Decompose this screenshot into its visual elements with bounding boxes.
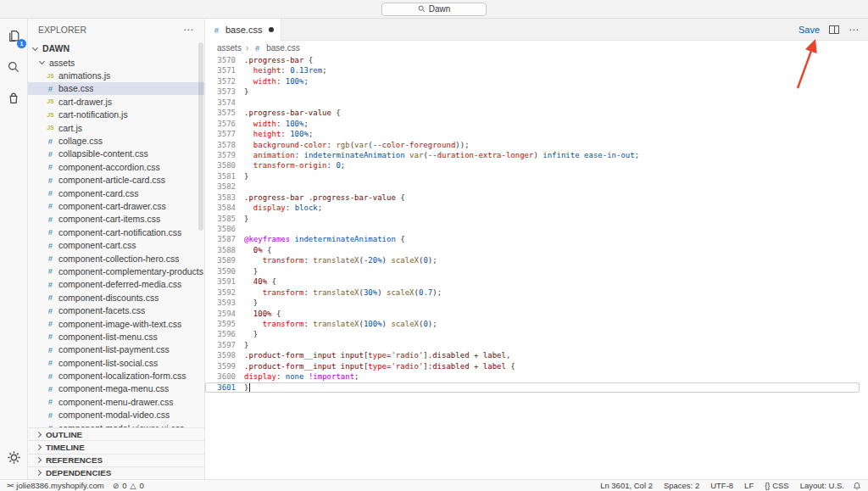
file-collage.css[interactable]: #collage.css [28,134,204,147]
code-line-3590[interactable]: 3590 } [205,266,868,276]
status-lf[interactable]: LF [744,481,754,490]
code-line-3596[interactable]: 3596 } [205,329,868,339]
file-collapsible-content.css[interactable]: #collapsible-content.css [28,148,204,160]
section-timeline[interactable]: TIMELINE [28,440,204,453]
breadcrumb-folder[interactable]: assets [217,43,242,53]
file-component-cart-items.css[interactable]: #component-cart-items.css [28,213,204,226]
split-editor-icon[interactable] [829,25,839,34]
remote-indicator[interactable]: >< jolie8386.myshopify.com [7,481,104,490]
sidebar-scrollbar[interactable] [198,42,203,231]
code-line-3570[interactable]: 3570.progress-bar { [205,55,868,65]
code-line-3589[interactable]: 3589 transform: translateX(-20%) scaleX(… [205,255,868,265]
notifications-bell-icon[interactable] [853,482,861,490]
css-file-icon: # [46,227,55,237]
code-line-3574[interactable]: 3574 [205,98,868,108]
code-line-3577[interactable]: 3577 height: 100%; [205,129,868,139]
file-cart-notification.js[interactable]: JScart-notification.js [28,109,204,121]
file-component-article-card.css[interactable]: #component-article-card.css [28,174,204,187]
code-line-3595[interactable]: 3595 transform: translateX(100%) scaleX(… [205,319,868,329]
code-line-3588[interactable]: 3588 0% { [205,245,868,255]
code-line-3583[interactable]: 3583.progress-bar .progress-bar-value { [205,192,868,203]
code-line-3579[interactable]: 3579 animation: indeterminateAnimation v… [205,150,868,160]
file-component-cart.css[interactable]: #component-cart.css [28,238,204,251]
file-component-list-social.css[interactable]: #component-list-social.css [28,356,204,369]
tab-base-css[interactable]: # base.css [205,19,281,41]
file-component-modal-video.css[interactable]: #component-modal-video.css [28,409,204,421]
code-line-3597[interactable]: 3597} [205,340,868,350]
project-root[interactable]: DAWN [28,41,204,56]
code-line-3587[interactable]: 3587@keyframes indeterminateAnimation { [205,234,868,244]
file-component-list-menu.css[interactable]: #component-list-menu.css [28,330,204,343]
file-cart.js[interactable]: JScart.js [28,121,204,134]
file-component-discounts.css[interactable]: #component-discounts.css [28,291,204,304]
status-ln-3601-col-2[interactable]: Ln 3601, Col 2 [600,481,653,490]
file-component-localization-form.css[interactable]: #component-localization-form.css [28,369,204,382]
file-base.css[interactable]: #base.css [28,82,204,95]
code-line-3572[interactable]: 3572 width: 100%; [205,76,868,86]
status-right: Ln 3601, Col 2Spaces: 2UTF-8LF{} CSSLayo… [600,481,844,490]
explorer-more-icon[interactable]: ⋯ [183,24,194,36]
file-component-deferred-media.css[interactable]: #component-deferred-media.css [28,278,204,291]
code-line-3600[interactable]: 3600display: none !important; [205,371,868,382]
search-view-icon[interactable] [3,57,24,77]
line-number: 3581 [205,171,236,181]
code-line-3584[interactable]: 3584 display: block; [205,203,868,213]
line-number: 3595 [205,319,236,329]
code-line-3580[interactable]: 3580 transform-origin: 0; [205,160,868,170]
code-line-3601[interactable]: 3601} [205,382,860,393]
file-component-card.css[interactable]: #component-card.css [28,187,204,199]
code-line-3598[interactable]: 3598.product-form__input input[type='rad… [205,350,868,360]
section-outline[interactable]: OUTLINE [28,427,204,440]
file-component-image-with-text.css[interactable]: #component-image-with-text.css [28,317,204,330]
more-actions-icon[interactable]: ⋯ [849,24,860,36]
code-line-3593[interactable]: 3593 } [205,298,868,308]
file-cart-drawer.js[interactable]: JScart-drawer.js [28,95,204,108]
code-line-3592[interactable]: 3592 transform: translateX(30%) scaleX(0… [205,287,868,298]
line-number: 3591 [205,276,236,287]
folder-assets[interactable]: assets [28,56,204,69]
command-center-search[interactable]: Dawn [381,3,487,16]
line-number: 3580 [205,160,236,170]
file-component-cart-drawer.css[interactable]: #component-cart-drawer.css [28,199,204,212]
file-component-menu-drawer.css[interactable]: #component-menu-drawer.css [28,395,204,408]
shopify-bag-icon[interactable] [3,88,24,109]
section-dependencies[interactable]: DEPENDENCIES [28,466,204,479]
code-line-3573[interactable]: 3573} [205,86,868,97]
code-line-3576[interactable]: 3576 width: 100%; [205,119,868,129]
explorer-icon[interactable]: 1 [3,25,24,46]
settings-gear-icon[interactable] [3,447,24,467]
modified-dot-icon[interactable] [269,27,274,32]
code-line-3578[interactable]: 3578 background-color: rgb(var(--color-f… [205,140,868,150]
file-component-collection-hero.css[interactable]: #component-collection-hero.css [28,252,204,265]
file-component-accordion.css[interactable]: #component-accordion.css [28,160,204,173]
code-line-3591[interactable]: 3591 40% { [205,276,868,287]
status-utf-8[interactable]: UTF-8 [710,481,733,490]
code-line-3581[interactable]: 3581} [205,171,868,181]
file-animations.js[interactable]: JSanimations.js [28,69,204,81]
file-component-mega-menu.css[interactable]: #component-mega-menu.css [28,382,204,395]
save-button[interactable]: Save [798,25,820,35]
code-line-3594[interactable]: 3594 100% { [205,309,868,319]
code-editor[interactable]: 3570.progress-bar {3571 height: 0.13rem;… [205,54,868,479]
file-component-complementary-products.css[interactable]: #component-complementary-products.css [28,265,204,277]
line-content: transform: translateX(-20%) scaleX(0); [236,255,437,265]
code-line-3586[interactable]: 3586 [205,224,868,234]
file-component-cart-notification.css[interactable]: #component-cart-notification.css [28,226,204,238]
code-line-3582[interactable]: 3582 [205,181,868,192]
line-content: height: 100%; [236,129,313,139]
code-line-3575[interactable]: 3575.progress-bar-value { [205,108,868,118]
breadcrumb-file[interactable]: base.css [266,43,299,53]
code-line-3585[interactable]: 3585} [205,214,868,224]
status-css[interactable]: {} CSS [765,481,789,490]
section-references[interactable]: REFERENCES [28,454,204,466]
status-layout-u-s[interactable]: Layout: U.S. [800,481,844,490]
file-component-list-payment.css[interactable]: #component-list-payment.css [28,343,204,356]
status-spaces-2[interactable]: Spaces: 2 [664,481,699,490]
code-line-3599[interactable]: 3599.product-form__input input[type='rad… [205,361,868,371]
problems-indicator[interactable]: ⊘ 0 △ 0 [113,481,144,490]
file-component-model-viewer-ui.css[interactable]: #component-model-viewer-ui.css [28,421,204,427]
code-line-3571[interactable]: 3571 height: 0.13rem; [205,65,868,75]
explorer-header: EXPLORER ⋯ [28,19,204,41]
file-component-facets.css[interactable]: #component-facets.css [28,304,204,316]
line-number: 3587 [205,234,236,244]
